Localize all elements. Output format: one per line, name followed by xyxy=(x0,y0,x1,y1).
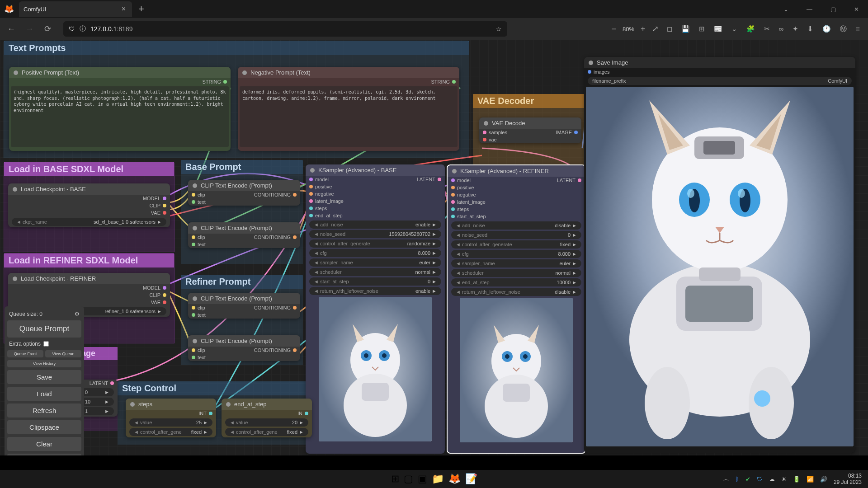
widget-return_with_leftover_noise[interactable]: return_with_leftover_noiseenable xyxy=(309,287,441,295)
widget-value[interactable]: value25 xyxy=(129,418,212,427)
view-queue-button[interactable]: View Queue xyxy=(45,350,81,357)
light-icon[interactable]: ☀ xyxy=(781,476,787,483)
widget-noise_seed[interactable]: noise_seed0 xyxy=(451,231,581,239)
control-panel[interactable]: Queue size: 0⚙ Queue Prompt Extra option… xyxy=(5,306,84,455)
node-save-image[interactable]: Save Image images filename_prefixComfyUI xyxy=(584,57,855,453)
maximize-button[interactable]: ▢ xyxy=(830,6,836,13)
gear-icon[interactable]: ⚙ xyxy=(75,311,80,317)
news-icon[interactable]: 📰 xyxy=(714,25,722,33)
volume-icon[interactable]: 🔊 xyxy=(820,476,827,483)
info-icon[interactable]: ⓘ xyxy=(80,25,86,33)
zoom-in-button[interactable]: + xyxy=(641,24,646,34)
widget-noise_seed[interactable]: noise_seed156928045280702 xyxy=(309,230,441,238)
pocket-icon[interactable]: ⌄ xyxy=(731,25,737,33)
load-default-button[interactable]: Load Default xyxy=(7,454,81,455)
wifi-icon[interactable]: 📶 xyxy=(807,476,814,483)
task-view-icon[interactable]: ▢ xyxy=(404,473,413,485)
widget-return_with_leftover_noise[interactable]: return_with_leftover_noisedisable xyxy=(451,288,581,296)
browser-tab[interactable]: ComfyUI × xyxy=(19,1,132,17)
widget-cag[interactable]: control_after_genefixed xyxy=(225,428,308,436)
scissors-icon[interactable]: ✂ xyxy=(764,25,770,33)
light-icon[interactable]: ✦ xyxy=(793,25,798,33)
defender-icon[interactable]: 🛡 xyxy=(757,476,763,483)
node-clip-text-encode-3[interactable]: CLIP Text Encode (Prompt) clipCONDITIONI… xyxy=(188,293,300,319)
fullscreen-icon[interactable]: ⤢ xyxy=(652,24,659,34)
url-input[interactable]: 🛡 ⓘ 127.0.0.1:8189 ☆ xyxy=(63,21,507,37)
save-button[interactable]: Save xyxy=(7,370,81,384)
node-negative-prompt[interactable]: Negative Prompt (Text) STRING deformed i… xyxy=(238,67,459,151)
bluetooth-icon[interactable]: ᛒ xyxy=(736,476,739,483)
clipspace-button[interactable]: Clipspace xyxy=(7,420,81,434)
widget-cag[interactable]: control_after_genefixed xyxy=(129,428,212,436)
shield-icon[interactable]: 🛡 xyxy=(69,25,75,33)
widget-sampler_name[interactable]: sampler_nameeuler xyxy=(309,258,441,267)
save-icon[interactable]: 💾 xyxy=(681,25,690,33)
onedrive-icon[interactable]: ☁ xyxy=(769,476,775,483)
load-button[interactable]: Load xyxy=(7,387,81,401)
widget-scheduler[interactable]: schedulernormal xyxy=(451,269,581,277)
download-icon[interactable]: ⬇ xyxy=(807,25,813,33)
nav-reload-button[interactable]: ⟳ xyxy=(41,22,54,36)
grid-icon[interactable]: ⊞ xyxy=(699,25,705,33)
prompt-textarea[interactable]: (highest quality), masterpiece, intricat… xyxy=(11,86,229,147)
group-base-prompt[interactable]: Base Prompt xyxy=(181,160,303,264)
view-history-button[interactable]: View History xyxy=(7,360,81,367)
node-end-at-step[interactable]: end_at_step IN value20 control_after_gen… xyxy=(222,399,312,437)
start-icon[interactable]: ⊞ xyxy=(391,473,399,485)
account-icon[interactable]: Ⓜ xyxy=(840,25,847,33)
widget-value[interactable]: value20 xyxy=(225,418,308,427)
minimize-button[interactable]: — xyxy=(807,6,812,13)
node-vae-decode[interactable]: VAE Decode samplesIMAGE vae xyxy=(479,117,581,143)
queue-front-button[interactable]: Queue Front xyxy=(7,350,43,357)
node-ksampler-base[interactable]: KSampler (Advanced) - BASE modelLATENT p… xyxy=(306,164,445,454)
explorer-icon[interactable]: 📁 xyxy=(432,473,444,485)
filename-prefix-widget[interactable]: filename_prefixComfyUI xyxy=(588,77,852,85)
widget-control_after_generate[interactable]: control_after_generaterandomize xyxy=(309,239,441,248)
clear-button[interactable]: Clear xyxy=(7,437,81,451)
taskbar-clock[interactable]: 08:13 29 Jul 2023 xyxy=(834,473,862,486)
terminal-icon[interactable]: ▣ xyxy=(418,473,427,485)
node-clip-text-encode-2[interactable]: CLIP Text Encode (Prompt) clipCONDITIONI… xyxy=(188,222,300,248)
battery-icon[interactable]: 🔋 xyxy=(793,476,800,483)
ckpt-selector[interactable]: ckpt_namesd_xl_base_1.0.safetensors xyxy=(12,218,166,226)
check-icon[interactable]: ✔ xyxy=(745,476,750,483)
widget[interactable]: 10 xyxy=(80,398,114,406)
bookmark-icon[interactable]: ☆ xyxy=(496,25,502,33)
widget-add_noise[interactable]: add_noiseenable xyxy=(309,221,441,229)
widget[interactable]: 0 xyxy=(80,388,114,396)
refresh-button[interactable]: Refresh xyxy=(7,404,81,418)
windows-taskbar[interactable]: ⊞ ▢ ▣ 📁 🦊 📝 ︿ ᛒ ✔ 🛡 ☁ ☀ 🔋 📶 🔊 08:13 29 J… xyxy=(0,470,868,488)
node-steps[interactable]: steps INT value25 control_after_genefixe… xyxy=(126,399,216,437)
queue-prompt-button[interactable]: Queue Prompt xyxy=(7,320,81,338)
ublock-icon[interactable]: ◻ xyxy=(667,25,672,33)
node-clip-text-encode-4[interactable]: CLIP Text Encode (Prompt) clipCONDITIONI… xyxy=(188,335,300,361)
chevron-up-icon[interactable]: ︿ xyxy=(723,475,729,483)
node-ksampler-refiner[interactable]: KSampler (Advanced) - REFINER modelLATEN… xyxy=(447,164,586,454)
node-positive-prompt[interactable]: Positive Prompt (Text) STRING (highest q… xyxy=(9,67,231,151)
close-button[interactable]: ✕ xyxy=(854,6,859,13)
widget-add_noise[interactable]: add_noisedisable xyxy=(451,221,581,230)
widget-cfg[interactable]: cfg8.000 xyxy=(309,249,441,257)
widget-end_at_step[interactable]: end_at_step10000 xyxy=(451,278,581,286)
node-clip-text-encode-1[interactable]: CLIP Text Encode (Prompt) clipCONDITIONI… xyxy=(188,180,300,206)
history-icon[interactable]: 🕐 xyxy=(822,25,831,33)
new-tab-button[interactable]: + xyxy=(138,3,144,15)
nav-back-button[interactable]: ← xyxy=(5,22,18,36)
firefox-taskbar-icon[interactable]: 🦊 xyxy=(448,473,461,485)
menu-icon[interactable]: ≡ xyxy=(856,25,860,33)
widget-start_at_step[interactable]: start_at_step0 xyxy=(309,277,441,286)
comfyui-canvas[interactable]: Text Prompts Load in BASE SDXL Model Loa… xyxy=(0,40,868,455)
extensions-icon[interactable]: 🧩 xyxy=(746,25,755,33)
prompt-textarea[interactable]: deformed iris, deformed pupils, (semi-re… xyxy=(240,86,458,147)
notepad-icon[interactable]: 📝 xyxy=(465,473,477,485)
extra-options-checkbox[interactable] xyxy=(43,341,49,347)
widget[interactable]: 1 xyxy=(80,407,114,415)
widget-control_after_generate[interactable]: control_after_generatefixed xyxy=(451,240,581,249)
tab-close-icon[interactable]: × xyxy=(120,5,127,13)
widget-cfg[interactable]: cfg8.000 xyxy=(451,250,581,258)
node-load-checkpoint-base[interactable]: Load Checkpoint - BASE MODEL CLIP VAE ck… xyxy=(8,183,170,227)
infinity-icon[interactable]: ∞ xyxy=(779,25,784,33)
chevron-down-icon[interactable]: ⌄ xyxy=(783,6,788,13)
widget-sampler_name[interactable]: sampler_nameeuler xyxy=(451,259,581,267)
widget-scheduler[interactable]: schedulernormal xyxy=(309,268,441,276)
